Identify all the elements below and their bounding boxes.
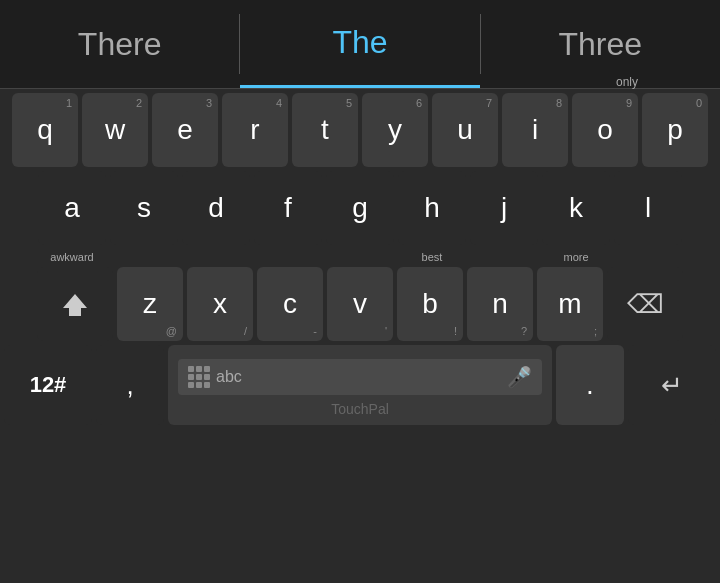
comma-label: , (126, 370, 133, 401)
key-v[interactable]: v ' (327, 267, 393, 341)
letter-r: r (250, 114, 259, 146)
key-u[interactable]: 7 u (432, 93, 498, 167)
letter-s: s (137, 192, 151, 224)
sub-hint-m: ; (594, 325, 597, 337)
letter-q: q (37, 114, 53, 146)
key-b[interactable]: b ! (397, 267, 463, 341)
num-switch-key[interactable]: 12# (4, 345, 92, 425)
suggestions-bar: There The Three (0, 0, 720, 89)
num-hint-u: 7 (486, 97, 492, 109)
key-m[interactable]: m ; (537, 267, 603, 341)
keyboard: 1 q 2 w 3 e 4 r 5 t 6 y 7 u 8 i (0, 89, 720, 425)
key-o[interactable]: 9 o only (572, 93, 638, 167)
mic-icon[interactable]: 🎤 (507, 365, 532, 389)
word-hint-a: awkward (50, 251, 93, 263)
key-s[interactable]: s (110, 171, 178, 245)
letter-e: e (177, 114, 193, 146)
space-abc-label: abc (216, 368, 242, 386)
key-row-2: a awkward s d f g h best j k more l (2, 171, 718, 245)
num-hint-q: 1 (66, 97, 72, 109)
key-d[interactable]: d (182, 171, 250, 245)
grid-dot (188, 382, 194, 388)
key-a[interactable]: a awkward (38, 171, 106, 245)
num-hint-y: 6 (416, 97, 422, 109)
key-r[interactable]: 4 r (222, 93, 288, 167)
sub-hint-x: / (244, 325, 247, 337)
key-w[interactable]: 2 w (82, 93, 148, 167)
sub-hint-n: ? (521, 325, 527, 337)
num-hint-w: 2 (136, 97, 142, 109)
comma-key[interactable]: , (96, 345, 164, 425)
key-z[interactable]: z @ (117, 267, 183, 341)
letter-l: l (645, 192, 651, 224)
word-hint-k: more (563, 251, 588, 263)
num-hint-o: 9 (626, 97, 632, 109)
grid-dot (196, 374, 202, 380)
num-hint-p: 0 (696, 97, 702, 109)
letter-g: g (352, 192, 368, 224)
grid-dot (196, 366, 202, 372)
num-hint-t: 5 (346, 97, 352, 109)
letter-h: h (424, 192, 440, 224)
letter-d: d (208, 192, 224, 224)
key-row-1: 1 q 2 w 3 e 4 r 5 t 6 y 7 u 8 i (2, 93, 718, 167)
sub-hint-c: - (313, 325, 317, 337)
only-hint: only (616, 75, 638, 89)
num-switch-label: 12# (30, 372, 67, 398)
letter-j: j (501, 192, 507, 224)
sub-hint-v: ' (385, 325, 387, 337)
num-hint-r: 4 (276, 97, 282, 109)
letter-a: a (64, 192, 80, 224)
key-j[interactable]: j (470, 171, 538, 245)
sub-hint-b: ! (454, 325, 457, 337)
key-g[interactable]: g (326, 171, 394, 245)
touchpal-label: TouchPal (331, 401, 389, 417)
letter-f: f (284, 192, 292, 224)
grid-dot (204, 382, 210, 388)
key-h[interactable]: h best (398, 171, 466, 245)
space-inner: abc 🎤 (178, 359, 542, 395)
key-k[interactable]: k more (542, 171, 610, 245)
letter-t: t (321, 114, 329, 146)
backspace-icon: ⌫ (627, 289, 664, 320)
key-c[interactable]: c - (257, 267, 323, 341)
backspace-key[interactable]: ⌫ (607, 267, 683, 341)
key-l[interactable]: l (614, 171, 682, 245)
word-hint-h: best (422, 251, 443, 263)
letter-o: o (597, 114, 613, 146)
letter-z: z (143, 288, 157, 320)
key-x[interactable]: x / (187, 267, 253, 341)
space-key[interactable]: abc 🎤 TouchPal (168, 345, 552, 425)
period-key[interactable]: . (556, 345, 624, 425)
grid-dot (196, 382, 202, 388)
letter-w: w (105, 114, 125, 146)
letter-u: u (457, 114, 473, 146)
grid-dot (204, 374, 210, 380)
period-label: . (586, 369, 594, 401)
svg-marker-0 (63, 294, 87, 316)
key-y[interactable]: 6 y (362, 93, 428, 167)
letter-y: y (388, 114, 402, 146)
key-i[interactable]: 8 i (502, 93, 568, 167)
suggestion-right[interactable]: Three (481, 0, 720, 88)
shift-icon (61, 290, 89, 318)
enter-icon: ↵ (661, 370, 683, 401)
letter-i: i (532, 114, 538, 146)
key-e[interactable]: 3 e (152, 93, 218, 167)
key-t[interactable]: 5 t (292, 93, 358, 167)
enter-key[interactable]: ↵ (628, 345, 716, 425)
key-q[interactable]: 1 q (12, 93, 78, 167)
key-row-3: z @ x / c - v ' b ! n ? m ; ⌫ (2, 267, 718, 341)
grid-dot (188, 374, 194, 380)
grid-icon (188, 366, 210, 388)
shift-key[interactable] (37, 267, 113, 341)
letter-v: v (353, 288, 367, 320)
letter-k: k (569, 192, 583, 224)
grid-dot (204, 366, 210, 372)
key-p[interactable]: 0 p (642, 93, 708, 167)
letter-m: m (558, 288, 581, 320)
suggestion-left[interactable]: There (0, 0, 239, 88)
key-f[interactable]: f (254, 171, 322, 245)
suggestion-center[interactable]: The (240, 0, 479, 88)
key-n[interactable]: n ? (467, 267, 533, 341)
